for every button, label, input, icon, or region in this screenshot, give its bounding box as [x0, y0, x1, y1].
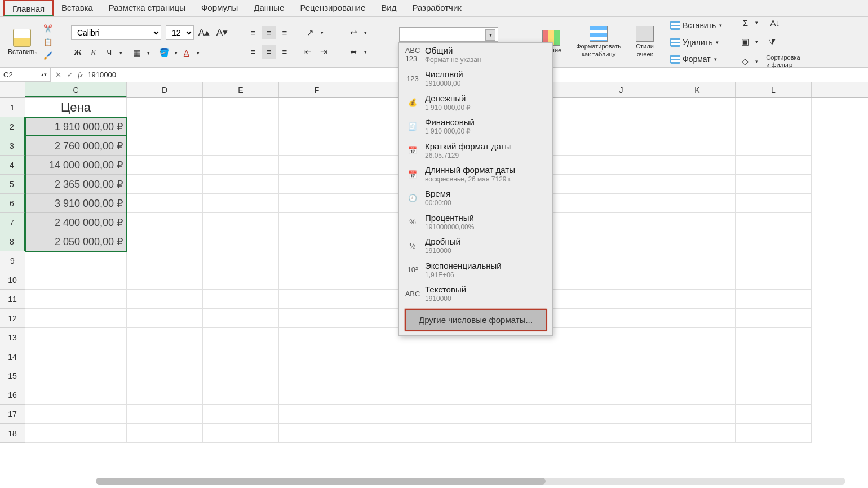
align-bottom-icon[interactable]: ≡ [278, 26, 291, 39]
col-header-k[interactable]: K [659, 82, 736, 97]
cell[interactable] [659, 213, 736, 232]
cell[interactable] [279, 270, 355, 290]
cell[interactable] [583, 98, 659, 117]
sort-filter-button[interactable]: ⧩ [768, 37, 776, 47]
row-header[interactable]: 4 [0, 156, 25, 175]
row-header[interactable]: 3 [0, 136, 25, 156]
cell[interactable] [127, 328, 203, 347]
decrease-font-icon[interactable]: A▾ [214, 25, 230, 41]
cell[interactable] [355, 366, 431, 385]
row-header[interactable]: 11 [0, 290, 25, 309]
cell[interactable] [736, 232, 812, 251]
cell[interactable] [25, 251, 127, 270]
cell[interactable] [659, 347, 736, 366]
align-top-icon[interactable]: ≡ [246, 26, 260, 39]
cell[interactable] [583, 270, 659, 290]
row-header[interactable]: 15 [0, 366, 25, 385]
cell[interactable] [25, 309, 127, 328]
cell[interactable] [736, 328, 812, 347]
cell[interactable] [736, 117, 812, 136]
align-middle-icon[interactable]: ≡ [262, 26, 276, 39]
format-as-table-button[interactable]: Форматировать как таблицу [573, 25, 625, 59]
number-format-option[interactable]: 📅Длинный формат датывоскресенье, 26 мая … [399, 162, 552, 186]
cell[interactable] [127, 251, 203, 270]
wrap-caret-icon[interactable]: ▾ [364, 30, 367, 36]
fill-icon[interactable]: ▣ [738, 35, 752, 48]
underline-button[interactable]: Ч [103, 46, 116, 60]
cell[interactable] [583, 194, 659, 213]
fill-color-caret-icon[interactable]: ▾ [175, 50, 178, 56]
cell[interactable] [583, 136, 659, 156]
cell[interactable] [736, 156, 812, 175]
row-header[interactable]: 6 [0, 194, 25, 213]
cell[interactable] [583, 405, 659, 424]
cell[interactable] [659, 290, 736, 309]
cell[interactable] [355, 347, 431, 366]
cell[interactable] [203, 270, 279, 290]
cell[interactable] [127, 366, 203, 385]
number-format-option[interactable]: 🕘Время00:00:00 [399, 186, 552, 210]
italic-button[interactable]: К [87, 46, 100, 60]
paste-icon[interactable] [13, 29, 31, 47]
cell[interactable] [736, 405, 812, 424]
font-size-select[interactable]: 12 [166, 25, 194, 40]
cell[interactable] [583, 156, 659, 175]
ribbon-tab-data[interactable]: Данные [246, 0, 292, 16]
cell[interactable] [736, 424, 812, 443]
cell[interactable] [279, 251, 355, 270]
cell[interactable] [279, 232, 355, 251]
cell[interactable] [431, 366, 507, 385]
row-header[interactable]: 8 [0, 232, 25, 251]
cell[interactable] [507, 424, 583, 443]
cell[interactable]: 2 365 000,00 ₽ [25, 175, 127, 194]
cell[interactable] [659, 366, 736, 385]
cell[interactable] [279, 136, 355, 156]
cell[interactable] [659, 156, 736, 175]
ribbon-tab-review[interactable]: Рецензирование [292, 0, 373, 16]
align-right-icon[interactable]: ≡ [278, 45, 291, 59]
cell[interactable] [736, 366, 812, 385]
number-format-option[interactable]: ABC 123ОбщийФормат не указан [399, 43, 552, 66]
cell[interactable] [583, 251, 659, 270]
cell[interactable] [203, 347, 279, 366]
col-header-j[interactable]: J [583, 82, 659, 97]
row-header[interactable]: 18 [0, 424, 25, 443]
number-format-option[interactable]: ½Дробный1910000 [399, 234, 552, 258]
confirm-formula-icon[interactable]: ✓ [67, 70, 73, 79]
merge-caret-icon[interactable]: ▾ [364, 49, 367, 55]
borders-icon[interactable]: ▦ [130, 46, 144, 60]
cell[interactable] [279, 175, 355, 194]
cell[interactable] [431, 424, 507, 443]
cell[interactable] [279, 385, 355, 405]
underline-caret-icon[interactable]: ▾ [119, 50, 122, 56]
cell[interactable] [25, 347, 127, 366]
cell[interactable] [583, 424, 659, 443]
cell[interactable] [583, 213, 659, 232]
cell[interactable] [127, 270, 203, 290]
increase-font-icon[interactable]: A▴ [196, 25, 212, 41]
cell[interactable] [279, 98, 355, 117]
cell[interactable]: 1 910 000,00 ₽ [25, 117, 127, 136]
cell[interactable] [583, 290, 659, 309]
cell[interactable] [736, 347, 812, 366]
orientation-icon[interactable]: ↗ [304, 26, 317, 39]
cell[interactable] [279, 347, 355, 366]
cell[interactable] [583, 175, 659, 194]
cell[interactable]: Цена [25, 98, 127, 117]
number-format-option[interactable]: 📅Краткий формат даты26.05.7129 [399, 139, 552, 162]
cell[interactable]: 2 400 000,00 ₽ [25, 213, 127, 232]
cell[interactable] [431, 385, 507, 405]
cell[interactable] [127, 175, 203, 194]
cell[interactable] [203, 156, 279, 175]
cell[interactable] [583, 117, 659, 136]
clear-icon[interactable]: ◇ [738, 55, 752, 68]
number-format-option[interactable]: 123Числовой1910000,00 [399, 66, 552, 90]
cell[interactable] [659, 136, 736, 156]
cell[interactable] [659, 251, 736, 270]
cancel-formula-icon[interactable]: ✕ [55, 70, 61, 79]
cell[interactable] [659, 175, 736, 194]
insert-cells-button[interactable]: Вставить▾ [670, 20, 722, 31]
col-header-c[interactable]: C [25, 82, 127, 97]
cell[interactable] [127, 136, 203, 156]
cell[interactable] [127, 424, 203, 443]
